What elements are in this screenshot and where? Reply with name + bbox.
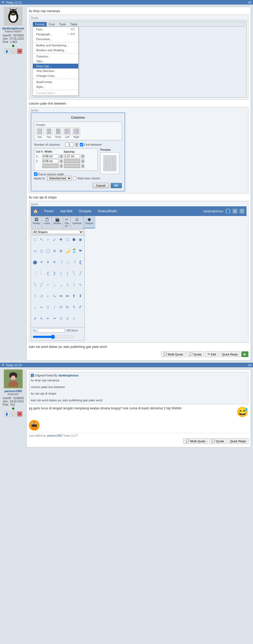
- post4-icon3[interactable]: ✉: [17, 411, 22, 417]
- preset-left[interactable]: Left: [63, 128, 71, 138]
- shape-item[interactable]: ↺: [58, 304, 64, 310]
- shape-item[interactable]: □: [32, 237, 38, 242]
- shape-item[interactable]: ↙: [52, 237, 57, 242]
- shape-item[interactable]: ✶: [45, 259, 51, 265]
- autoformat-item[interactable]: AutoFormat...: [33, 80, 78, 84]
- shape-item[interactable]: ◌: [64, 259, 70, 265]
- shape-item[interactable]: ⬢: [71, 237, 77, 242]
- shape-item[interactable]: ✚: [58, 237, 64, 242]
- shape-item[interactable]: ☽: [58, 259, 64, 265]
- ws-col2-spacing-input[interactable]: [64, 159, 80, 163]
- changecase-item[interactable]: Change Case...: [33, 73, 78, 78]
- post3-icon3[interactable]: ✉: [17, 49, 22, 54]
- columns-item[interactable]: Columns...: [33, 54, 78, 59]
- shape-item[interactable]: ⬅: [64, 293, 70, 299]
- shape-item[interactable]: ▭: [32, 248, 38, 254]
- shape-item[interactable]: ❮: [77, 259, 83, 265]
- shapes-category-select[interactable]: All Shapes: [32, 230, 83, 234]
- dropcap-item[interactable]: Drop Cap...: [33, 64, 78, 68]
- ws-col2-width-stepper[interactable]: ▲▼: [60, 159, 63, 163]
- num-cols-spinner[interactable]: ▲ ▼: [75, 142, 78, 147]
- shape-item[interactable]: ╱: [39, 282, 45, 287]
- shape-item[interactable]: ⌞: [52, 282, 57, 287]
- paragraph-item[interactable]: Paragraph...⌥⌘M: [33, 32, 78, 37]
- shape-item[interactable]: ⌡: [64, 270, 70, 276]
- shape-item[interactable]: 〔: [32, 270, 38, 276]
- quick-reply-green-button[interactable]: ▶: [241, 351, 248, 357]
- edit-note-user[interactable]: partono1992: [47, 434, 62, 437]
- original-poster-name[interactable]: darkknightrises: [59, 374, 78, 377]
- shape-item[interactable]: ⊕: [58, 248, 64, 254]
- shape-item[interactable]: 〕: [39, 270, 45, 276]
- shape-item[interactable]: ⊘: [52, 248, 57, 254]
- post4-multi-quote-button[interactable]: 💬 Multi Quote: [183, 438, 208, 444]
- shapes-search-input[interactable]: [37, 328, 64, 333]
- post4-username[interactable]: partono1992: [4, 389, 22, 393]
- tools-menu-item[interactable]: Tools: [57, 22, 68, 26]
- preset-two[interactable]: Two: [45, 128, 53, 138]
- num-cols-input[interactable]: [65, 142, 73, 147]
- shape-item[interactable]: ⬡: [64, 237, 70, 242]
- shape-item[interactable]: 《: [71, 259, 77, 265]
- ws-col2-spacing-stepper[interactable]: ▲▼: [81, 159, 84, 163]
- multi-quote-button[interactable]: 💬 Multi Quote: [161, 351, 186, 357]
- shape-item[interactable]: ⬤: [32, 259, 38, 265]
- shape-item[interactable]: ◯: [45, 248, 51, 254]
- shape-item[interactable]: ⇦: [39, 304, 45, 310]
- post4-icon2[interactable]: 💬: [11, 411, 16, 417]
- spinner-down[interactable]: ▼: [75, 145, 78, 147]
- ws-col3-width-stepper[interactable]: ▲▼: [60, 164, 63, 168]
- post3-username[interactable]: darkknightrises: [2, 27, 24, 30]
- ok-button[interactable]: OK: [111, 183, 122, 188]
- quote-button[interactable]: 💬 Quote: [187, 351, 204, 357]
- nav-groupee[interactable]: Groupee: [76, 207, 95, 215]
- tab-shapes[interactable]: ⬟ Shapes: [84, 216, 95, 228]
- preset-three[interactable]: Three: [54, 128, 62, 138]
- post3-icon2[interactable]: 💬: [11, 49, 16, 54]
- font-menu-item[interactable]: Font: [47, 22, 57, 26]
- shapes-size-slider[interactable]: [33, 335, 73, 339]
- ws-col1-width-input[interactable]: [42, 154, 59, 158]
- post3-icon1[interactable]: 👤: [4, 49, 9, 54]
- ws-col3-spacing-stepper[interactable]: ▲▼: [81, 164, 84, 168]
- document-item[interactable]: Document...: [33, 37, 78, 42]
- shape-item[interactable]: ↰: [71, 304, 77, 310]
- ws-col1-spacing-input[interactable]: [64, 154, 80, 158]
- ws-col1-spacing-stepper[interactable]: ▲▼: [81, 155, 84, 158]
- start-new-checkbox[interactable]: [73, 177, 77, 180]
- shape-item[interactable]: ↲: [32, 315, 38, 321]
- preset-one[interactable]: One: [36, 128, 43, 138]
- shape-item[interactable]: ❬: [45, 270, 51, 276]
- line-between-checkbox-label[interactable]: Line between: [80, 143, 102, 146]
- font-item[interactable]: Font...⌘D: [33, 27, 78, 32]
- shape-item[interactable]: ⌠: [58, 270, 64, 276]
- shape-item[interactable]: ⇧: [45, 304, 51, 310]
- bullets-item[interactable]: Bullets and Numbering...: [33, 43, 78, 48]
- tab-photos[interactable]: 🖼 Photos: [31, 216, 42, 228]
- shape-item[interactable]: ⬆: [71, 293, 77, 299]
- format-menu-item[interactable]: Format: [33, 22, 47, 26]
- tab-audio[interactable]: 🎵 Audio: [42, 216, 52, 228]
- spinner-up[interactable]: ▲: [75, 142, 78, 145]
- shape-item[interactable]: 🌙: [64, 248, 70, 254]
- shape-item[interactable]: ⌟: [58, 282, 64, 287]
- table-menu-item[interactable]: Table: [68, 22, 80, 26]
- shape-item[interactable]: ⟨: [64, 282, 70, 287]
- shape-item[interactable]: ⌇: [32, 293, 38, 299]
- textdir-item[interactable]: Text Direction...: [33, 68, 78, 73]
- edit-button[interactable]: ✏ Edit: [205, 351, 218, 357]
- preset-right[interactable]: Right: [73, 128, 80, 138]
- shape-item[interactable]: ╲: [32, 282, 38, 287]
- shape-item[interactable]: ✴: [39, 259, 45, 265]
- nav-forum[interactable]: Forum: [41, 207, 57, 215]
- tabs-item[interactable]: Tabs...: [33, 59, 78, 64]
- shape-item[interactable]: ⬦: [32, 304, 38, 310]
- ws-col2-width-input[interactable]: [42, 159, 59, 163]
- shape-item[interactable]: ⟩: [71, 282, 77, 287]
- shape-item[interactable]: ╱: [77, 270, 83, 276]
- shape-item[interactable]: ⬇: [77, 293, 83, 299]
- shape-item[interactable]: ◻: [39, 248, 45, 254]
- shape-item[interactable]: ❭: [52, 270, 57, 276]
- style-item[interactable]: Style...: [33, 84, 78, 89]
- shape-item[interactable]: ↳: [39, 315, 45, 321]
